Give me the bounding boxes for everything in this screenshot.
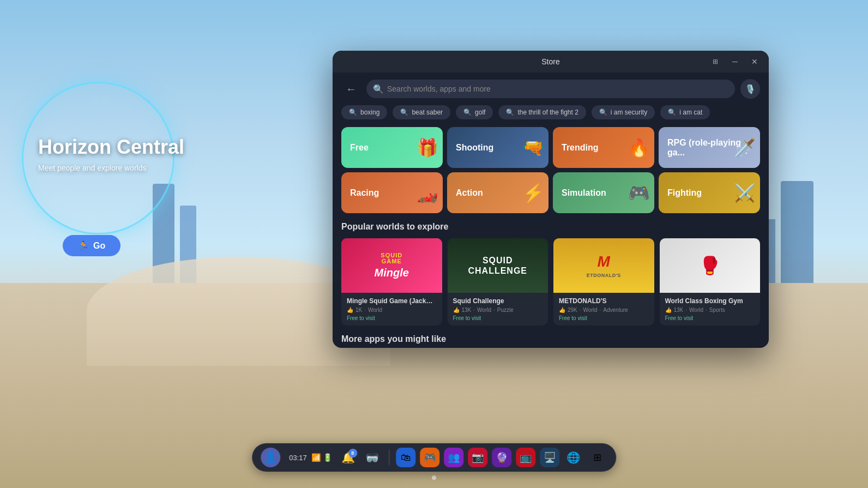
- search-container: 🔍: [366, 80, 735, 98]
- category-simulation-icon: 🎮: [628, 183, 650, 203]
- category-action-icon: ⚡: [522, 183, 544, 203]
- taskbar-purple[interactable]: 🔮: [492, 448, 511, 467]
- suggestion-golf[interactable]: 🔍golf: [456, 105, 493, 119]
- category-racing[interactable]: Racing 🏎️: [341, 172, 443, 213]
- category-simulation[interactable]: Simulation 🎮: [553, 172, 654, 213]
- category-action[interactable]: Action ⚡: [447, 172, 548, 213]
- avatar-icon: 👤: [264, 451, 276, 463]
- suggestion-boxing[interactable]: 🔍boxing: [341, 105, 387, 119]
- people-icon: 👥: [448, 451, 460, 463]
- world-name-mingle: Mingle Squid Game (Jackpot ...: [347, 297, 437, 305]
- world-thumb-metdonald: M etdonald's: [553, 238, 654, 293]
- suggestion-beat-saber[interactable]: 🔍beat saber: [393, 105, 450, 119]
- notification-badge: 8: [348, 449, 357, 457]
- world-name-squid-challenge: Squid Challenge: [453, 297, 543, 305]
- search-row: ← 🔍 🎙️: [341, 79, 760, 99]
- world-meta-metdonald: 👍 29K · World · Adventure: [559, 307, 649, 313]
- wifi-icon: 📶: [311, 453, 321, 462]
- battery-icon: 🔋: [323, 453, 332, 462]
- bottom-dot-indicator: [432, 475, 436, 480]
- category-free-icon: 🎁: [417, 137, 438, 158]
- horizon-text: Horizon Central Meet people and explore …: [38, 136, 184, 172]
- taskbar-red[interactable]: 📺: [516, 448, 535, 467]
- horizon-central-panel: Horizon Central Meet people and explore …: [11, 65, 185, 273]
- world-meta-squid-challenge: 👍 13K · World · Puzzle: [453, 307, 543, 313]
- category-racing-icon: 🏎️: [417, 183, 438, 203]
- window-close-button[interactable]: ✕: [747, 54, 762, 69]
- taskbar-divider-1: [389, 450, 389, 465]
- category-trending[interactable]: Trending 🔥: [553, 127, 654, 168]
- world-name-boxing: World Class Boxing Gym: [665, 297, 755, 305]
- store-icon: 🛍: [401, 452, 411, 463]
- world-card-metdonald[interactable]: M etdonald's METDONALD'S 👍 29K · World ·…: [553, 238, 654, 326]
- window-minimize-button[interactable]: ─: [727, 54, 743, 69]
- world-card-boxing[interactable]: 🥊 World Class Boxing Gym 👍 13K · World ·…: [660, 238, 761, 326]
- world-thumb-mingle: SQUIDGAME Mingle: [341, 238, 442, 293]
- search-input[interactable]: [366, 80, 735, 98]
- taskbar-store[interactable]: 🛍: [396, 448, 415, 467]
- world-thumb-boxing: 🥊: [660, 238, 761, 293]
- taskbar-status: 03:17 📶 🔋: [285, 453, 334, 462]
- category-grid: Free 🎁 Shooting 🔫 Trending 🔥 RPG (role-p…: [341, 127, 760, 213]
- world-thumb-squid-challenge: SQUIDCHALLENGE: [448, 238, 548, 293]
- taskbar-people[interactable]: 👥: [444, 448, 463, 467]
- suggestion-security[interactable]: 🔍i am security: [592, 105, 655, 119]
- world-info-boxing: World Class Boxing Gym 👍 13K · World · S…: [660, 293, 761, 326]
- taskbar-monitor[interactable]: 🖥️: [540, 448, 559, 467]
- taskbar-games[interactable]: 🎮: [420, 448, 439, 467]
- window-grid-button[interactable]: ⊞: [708, 54, 723, 69]
- red-app-icon: 📺: [520, 451, 532, 463]
- category-free[interactable]: Free 🎁: [341, 127, 443, 168]
- popular-section-title: Popular worlds to explore: [341, 222, 760, 232]
- mic-button[interactable]: 🎙️: [740, 79, 760, 99]
- vr-headset-icon: 🥽: [365, 451, 379, 464]
- taskbar-avatar[interactable]: 👤: [261, 448, 280, 467]
- world-info-squid-challenge: Squid Challenge 👍 13K · World · Puzzle F…: [448, 293, 548, 326]
- world-meta-boxing: 👍 13K · World · Sports: [665, 307, 755, 313]
- camera-icon: 📷: [472, 451, 484, 463]
- taskbar-grid[interactable]: ⊞: [588, 448, 607, 467]
- world-price-boxing: Free to visit: [665, 315, 755, 321]
- store-window: Store ⊞ ─ ✕ ← 🔍 🎙️ 🔍boxing 🔍beat saber 🔍…: [333, 51, 769, 348]
- taskbar-notification[interactable]: 🔔 8: [339, 448, 358, 467]
- back-button[interactable]: ←: [341, 81, 361, 98]
- globe-icon: 🌐: [566, 451, 580, 464]
- world-price-squid-challenge: Free to visit: [453, 315, 543, 321]
- store-content: ← 🔍 🎙️ 🔍boxing 🔍beat saber 🔍golf 🔍the th…: [333, 73, 769, 348]
- taskbar: 👤 03:17 📶 🔋 🔔 8 🥽 🛍 🎮 👥 📷 🔮 📺 🖥️ 🌐: [252, 443, 616, 472]
- more-apps-title: More apps you might like: [341, 334, 760, 344]
- worlds-grid: SQUIDGAME Mingle Mingle Squid Game (Jack…: [341, 238, 760, 326]
- window-controls: ⊞ ─ ✕: [708, 54, 762, 69]
- purple-app-icon: 🔮: [496, 451, 508, 463]
- search-icon: 🔍: [373, 84, 384, 94]
- world-card-squid-challenge[interactable]: SQUIDCHALLENGE Squid Challenge 👍 13K · W…: [448, 238, 548, 326]
- window-title: Store: [541, 57, 559, 66]
- taskbar-time: 03:17: [287, 454, 309, 462]
- world-card-mingle-squid[interactable]: SQUIDGAME Mingle Mingle Squid Game (Jack…: [341, 238, 442, 326]
- games-icon: 🎮: [424, 451, 436, 463]
- world-price-metdonald: Free to visit: [559, 315, 649, 321]
- category-fighting-icon: ⚔️: [734, 183, 756, 203]
- taskbar-camera[interactable]: 📷: [468, 448, 487, 467]
- grid-icon: ⊞: [593, 451, 601, 463]
- taskbar-vr[interactable]: 🥽: [363, 448, 382, 467]
- world-price-mingle: Free to visit: [347, 315, 437, 321]
- world-info-mingle: Mingle Squid Game (Jackpot ... 👍 1K · Wo…: [341, 293, 442, 326]
- suggestion-thrill[interactable]: 🔍the thrill of the fight 2: [498, 105, 586, 119]
- category-trending-icon: 🔥: [628, 137, 650, 158]
- search-suggestions: 🔍boxing 🔍beat saber 🔍golf 🔍the thrill of…: [341, 105, 760, 119]
- category-rpg[interactable]: RPG (role-playing ga... 🗡️: [659, 127, 760, 168]
- category-shooting-icon: 🔫: [522, 137, 544, 158]
- world-name-metdonald: METDONALD'S: [559, 297, 649, 305]
- horizon-subtitle: Meet people and explore worlds: [38, 164, 184, 172]
- taskbar-globe[interactable]: 🌐: [564, 448, 583, 467]
- horizon-title: Horizon Central: [38, 136, 184, 158]
- category-shooting[interactable]: Shooting 🔫: [447, 127, 548, 168]
- world-info-metdonald: METDONALD'S 👍 29K · World · Adventure Fr…: [553, 293, 654, 326]
- window-titlebar: Store ⊞ ─ ✕: [333, 51, 769, 73]
- category-fighting[interactable]: Fighting ⚔️: [659, 172, 760, 213]
- world-meta-mingle: 👍 1K · World: [347, 307, 437, 313]
- suggestion-cat[interactable]: 🔍i am cat: [660, 105, 710, 119]
- monitor-icon: 🖥️: [544, 451, 556, 463]
- go-button[interactable]: Go: [63, 235, 120, 256]
